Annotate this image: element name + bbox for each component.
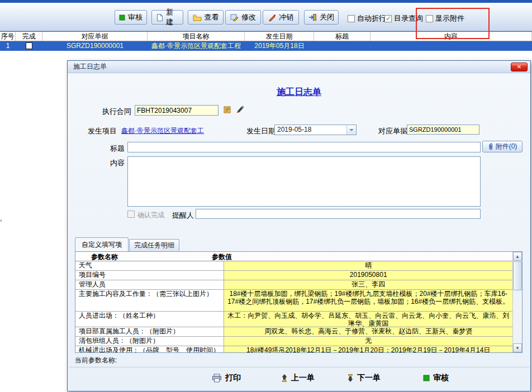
scroll-down-icon[interactable]: ▼ — [513, 343, 522, 352]
grid-header: 序号 完成 对应单据 项目名称 发生日期 标题 内容 — [0, 31, 532, 41]
project-link[interactable]: 鑫都·帝景示范区景观配套工 — [121, 126, 204, 136]
scroll-up-icon[interactable]: ▲ — [513, 252, 522, 261]
audit-button[interactable]: 审核 — [115, 10, 147, 25]
param-row[interactable]: 管理人员 张三、李四 — [75, 280, 512, 290]
row-project: 鑫都·帝景示范区景观配套工程 — [148, 41, 245, 51]
previous-doc-button[interactable]: 上一单 — [281, 371, 315, 385]
param-row[interactable]: 人员进出场：（姓名工种） 木工：向尹贺、向玉成、胡令学、吕延东、胡玉、向云雷、向… — [75, 312, 512, 327]
parameter-table-header: 参数名称 参数值 — [75, 252, 512, 261]
autowrap-checkbox[interactable]: 自动折行 — [348, 13, 386, 23]
view-button-label: 查看 — [205, 12, 219, 22]
param-value[interactable]: 18#楼49塔吊2018年12月1日－2019年1月20日；2019年2月19日… — [224, 346, 512, 352]
dialog-close-button[interactable]: ✕ — [511, 63, 528, 71]
attachment-button[interactable]: 附件(0) — [482, 141, 522, 152]
grid-header-title[interactable]: 标题 — [314, 32, 370, 41]
edit-image-icon — [230, 13, 239, 21]
parameter-table: 参数名称 参数值 天气 晴 项目编号 2019050801 管理人员 张三、李四… — [75, 251, 522, 353]
date-label: 发生日期 — [246, 126, 276, 136]
param-value[interactable]: 木工：向尹贺、向玉成、胡令学、吕延东、胡玉、向云雷、向云龙、向小奎、向云飞、康浩… — [224, 312, 512, 327]
writeoff-button[interactable]: 冲销 — [263, 10, 299, 25]
param-value[interactable]: 2019050801 — [224, 271, 512, 280]
content-textarea[interactable] — [127, 156, 481, 207]
param-name: 项目部直属施工人员：（附图片） — [75, 327, 224, 337]
doc-number-input[interactable] — [407, 125, 479, 135]
modify-button[interactable]: 修改 — [225, 10, 261, 25]
param-row[interactable]: 清包班组人员：（附图片） 无 — [75, 337, 512, 346]
param-value[interactable]: 18#楼十层墙板加固，绑扎梁钢筋；19#楼绑扎九层支墙柱模板；20#楼十层绑扎钢… — [224, 290, 512, 312]
close-button-label: 关闭 — [320, 12, 334, 22]
param-row[interactable]: 项目部直属施工人员：（附图片） 周双龙、韩长忠、高海云、于修营、张麦秋、赵边防、… — [75, 327, 512, 337]
tab-custom-fields[interactable]: 自定义填写项 — [75, 237, 129, 251]
print-button[interactable]: 打印 — [212, 371, 241, 385]
next-doc-icon — [347, 374, 354, 383]
grid-header-project[interactable]: 项目名称 — [148, 32, 245, 41]
row-title — [314, 41, 370, 51]
param-name: 人员进出场：（姓名工种） — [75, 312, 224, 327]
close-door-icon — [308, 13, 317, 21]
content-label: 内容 — [110, 158, 125, 168]
reminder-label: 提醒人 — [172, 211, 194, 221]
autowrap-checkbox-box[interactable] — [348, 15, 355, 22]
project-label: 发生项目 — [88, 126, 117, 136]
dialog-title: 施工日志单 — [73, 62, 107, 71]
row-doc: SGRZD190000001 — [42, 41, 148, 51]
param-value[interactable]: 周双龙、韩长忠、高海云、于修营、张麦秋、赵边防、王新兴、秦梦贤 — [224, 327, 512, 337]
sign-pen-icon[interactable] — [236, 104, 245, 113]
param-row[interactable]: 天气 晴 — [75, 261, 512, 271]
contract-lookup-icon[interactable] — [223, 106, 232, 114]
contract-input[interactable] — [135, 105, 218, 116]
panel-collapse-arrow-icon[interactable]: ‹ — [0, 216, 5, 224]
param-value-header: 参数值 — [212, 252, 232, 262]
title-input[interactable] — [127, 142, 481, 152]
param-name: 清包班组人员：（附图片） — [75, 337, 224, 346]
param-row[interactable]: 主要施工内容及工作量：（需三张以上图片） 18#楼十层墙板加固，绑扎梁钢筋；19… — [75, 290, 512, 312]
new-doc-icon — [156, 13, 163, 21]
param-name: 天气 — [75, 261, 224, 271]
footer-audit-button[interactable]: 审核 — [423, 371, 449, 385]
row-done-cell[interactable] — [16, 41, 42, 51]
scrollbar-thumb[interactable] — [513, 261, 522, 290]
param-name: 机械进出场及使用：（品牌、型号、使用时间） — [75, 346, 224, 352]
param-name-header: 参数名称 — [91, 252, 118, 262]
param-name: 主要施工内容及工作量：（需三张以上图片） — [75, 290, 224, 312]
next-doc-button[interactable]: 下一单 — [347, 371, 381, 385]
param-value[interactable]: 无 — [224, 337, 512, 346]
param-value[interactable]: 晴 — [224, 261, 512, 271]
print-button-label: 打印 — [225, 373, 241, 383]
new-button[interactable]: 新建 — [151, 10, 183, 25]
print-icon — [212, 374, 222, 383]
paperclip-icon — [488, 143, 493, 150]
attachment-button-label: 附件(0) — [496, 142, 517, 151]
prev-doc-icon — [281, 374, 288, 383]
footer-audit-button-label: 审核 — [433, 373, 449, 383]
grid-header-seq[interactable]: 序号 — [0, 32, 16, 41]
date-dropdown-arrow-icon[interactable] — [346, 125, 356, 135]
row-done-checkbox[interactable] — [26, 42, 32, 49]
show-attachment-checkbox[interactable]: 显示附件 — [426, 13, 464, 23]
form-heading: 施工日志单 — [68, 87, 530, 98]
show-attachment-checkbox-box[interactable] — [426, 15, 433, 22]
tab-task-details[interactable]: 完成任务明细 — [129, 239, 179, 251]
grid-header-date[interactable]: 发生日期 — [245, 32, 314, 41]
grid-header-doc[interactable]: 对应单据 — [42, 32, 148, 41]
confirm-complete-checkbox — [127, 211, 135, 218]
dialog-titlebar[interactable]: 施工日志单 — [68, 61, 530, 73]
grid-header-content[interactable]: 内容 — [370, 32, 532, 41]
row-seq: 1 — [0, 41, 16, 51]
row-date: 2019年05月18日 — [245, 41, 314, 51]
catalog-query-checkbox-box[interactable] — [384, 15, 392, 22]
param-row[interactable]: 项目编号 2019050801 — [75, 271, 512, 280]
parameter-table-scrollbar[interactable]: ▲ ▼ — [512, 252, 522, 352]
grid-header-done[interactable]: 完成 — [16, 32, 42, 41]
date-picker[interactable]: 2019-05-18 — [274, 125, 357, 135]
view-button[interactable]: 查看 — [188, 10, 224, 25]
next-doc-button-label: 下一单 — [357, 373, 381, 383]
param-value[interactable]: 张三、李四 — [224, 280, 512, 290]
previous-doc-button-label: 上一单 — [291, 373, 315, 383]
close-button[interactable]: 关闭 — [304, 10, 339, 25]
grid-row-selected[interactable]: 1 SGRZD190000001 鑫都·帝景示范区景观配套工程 2019年05月… — [0, 41, 532, 51]
footer-separator — [69, 367, 529, 367]
reminder-input[interactable] — [196, 209, 481, 219]
catalog-query-checkbox[interactable]: 目录查询 — [384, 13, 423, 23]
param-row[interactable]: 机械进出场及使用：（品牌、型号、使用时间） 18#楼49塔吊2018年12月1日… — [75, 346, 512, 352]
